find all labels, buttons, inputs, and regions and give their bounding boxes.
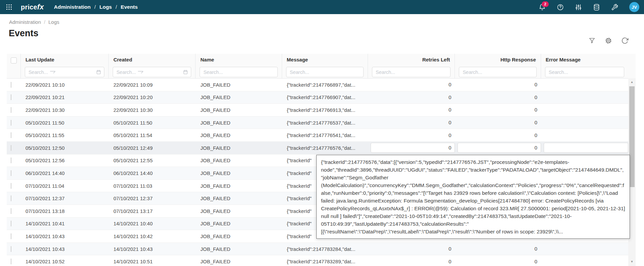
cell-retries-left: 0 (368, 143, 455, 153)
breadcrumb-administration[interactable]: Administration (9, 19, 41, 25)
cell-http-response: 0 (455, 143, 541, 153)
table-row[interactable]: 22/09/2021 10:30 22/09/2021 10:30 JOB_FA… (7, 104, 628, 117)
cell-created: 05/10/2021 12:55 (109, 158, 196, 163)
cell-last-update: 22/09/2021 10:21 (21, 94, 109, 100)
message-tooltip: {"trackerId":2147776576,"data":[{"versio… (316, 155, 630, 239)
cell-http-response: 0 (455, 130, 541, 140)
cell-last-update: 05/10/2021 11:50 (21, 120, 109, 126)
row-checkbox[interactable] (11, 259, 11, 264)
row-checkbox[interactable] (11, 195, 11, 201)
row-checkbox[interactable] (11, 145, 11, 151)
table-row[interactable]: 22/09/2021 10:21 22/09/2021 10:20 JOB_FA… (7, 91, 628, 104)
scroll-up-arrow-icon[interactable]: ▲ (628, 80, 636, 84)
cell-name: JOB_FAILED (196, 246, 282, 252)
cell-message[interactable]: {"trackerId":2147766897,"dat... (282, 82, 368, 88)
sliders-icon[interactable] (575, 4, 582, 11)
cell-message[interactable]: {"trackerId":2147783289,"dat... (282, 259, 368, 264)
cell-http-response: 0 (455, 118, 541, 128)
cell-message[interactable]: {"trackerId":2147776576,"dat... (282, 145, 368, 151)
cell-name: JOB_FAILED (196, 145, 282, 151)
row-checkbox[interactable] (11, 170, 11, 176)
cell-created: 22/09/2021 10:20 (109, 94, 196, 100)
column-header-retries-left[interactable]: Retries Left (368, 54, 454, 66)
error-message-search-input[interactable] (545, 67, 624, 77)
column-retries-left: Retries Left (368, 54, 455, 78)
filter-icon[interactable] (588, 37, 596, 44)
message-search-input[interactable] (286, 67, 364, 77)
row-checkbox[interactable] (11, 208, 11, 214)
row-checkbox[interactable] (11, 233, 11, 239)
cell-last-update: 14/10/2021 10:41 (21, 221, 109, 226)
column-header-name[interactable]: Name (196, 54, 281, 66)
table-row[interactable]: 05/10/2021 11:55 05/10/2021 11:54 JOB_FA… (7, 129, 628, 142)
apps-grid-icon[interactable] (5, 3, 13, 11)
topbar-breadcrumb-administration[interactable]: Administration (54, 4, 91, 10)
name-search-input[interactable] (200, 67, 277, 77)
cell-created: 22/09/2021 10:09 (109, 82, 196, 88)
cell-message[interactable]: {"trackerId":2147783284,"dat... (282, 246, 368, 252)
row-checkbox[interactable] (11, 82, 11, 88)
wrench-icon[interactable] (611, 4, 618, 11)
refresh-icon[interactable] (621, 37, 629, 44)
retries-left-search-input[interactable] (372, 67, 450, 77)
cell-message[interactable]: {"trackerId":2147766913,"dat... (282, 107, 368, 113)
breadcrumb-logs[interactable]: Logs (48, 19, 59, 25)
cell-last-update: 14/10/2021 10:43 (21, 246, 109, 252)
cell-message[interactable]: {"trackerId":2147776537,"dat... (282, 120, 368, 126)
select-all-checkbox[interactable] (11, 57, 17, 63)
user-avatar[interactable]: JV (629, 2, 639, 12)
cell-retries-left: 0 (368, 130, 455, 140)
page-title: Events (9, 28, 39, 39)
cell-error-message (541, 257, 628, 266)
table-row[interactable]: 05/10/2021 12:50 05/10/2021 12:49 JOB_FA… (7, 142, 628, 154)
help-icon[interactable] (557, 4, 564, 11)
cell-message[interactable]: {"trackerId":2147776541,"dat... (282, 132, 368, 138)
http-response-search-input[interactable] (459, 67, 536, 77)
cell-retries-left: 0 (368, 105, 455, 115)
column-header-message[interactable]: Message (282, 54, 368, 66)
logo-price-text: price (21, 3, 37, 11)
table-row[interactable]: 05/10/2021 11:50 05/10/2021 11:50 JOB_FA… (7, 117, 628, 129)
cell-name: JOB_FAILED (196, 158, 282, 163)
row-checkbox[interactable] (11, 221, 11, 226)
table-row[interactable]: 14/10/2021 10:52 14/10/2021 10:51 JOB_FA… (7, 255, 628, 266)
row-checkbox[interactable] (11, 246, 11, 252)
settings-gear-icon[interactable] (605, 37, 612, 44)
cell-name: JOB_FAILED (196, 120, 282, 126)
row-checkbox[interactable] (11, 107, 11, 113)
cell-name: JOB_FAILED (196, 195, 282, 201)
pricefx-logo[interactable]: pricefx (21, 3, 44, 11)
message-search (286, 67, 364, 77)
cell-name: JOB_FAILED (196, 82, 282, 88)
breadcrumb-separator: / (94, 4, 96, 10)
column-header-error-message[interactable]: Error Message (541, 54, 628, 66)
cell-last-update: 05/10/2021 12:56 (21, 158, 109, 163)
cell-name: JOB_FAILED (196, 183, 282, 189)
row-checkbox[interactable] (11, 94, 11, 100)
cell-last-update: 06/10/2021 14:40 (21, 170, 109, 176)
cell-name: JOB_FAILED (196, 107, 282, 113)
scrollbar-thumb[interactable] (629, 86, 635, 187)
scroll-down-arrow-icon[interactable]: ▼ (628, 260, 636, 263)
row-checkbox[interactable] (11, 132, 11, 138)
cell-message[interactable]: {"trackerId":2147766907,"dat... (282, 94, 368, 100)
cell-last-update: 14/10/2021 10:43 (21, 233, 109, 239)
cell-created: 07/10/2021 13:17 (109, 208, 196, 214)
column-header-last-update[interactable]: Last Update (21, 54, 108, 66)
notifications-bell-icon[interactable]: 2 (539, 4, 546, 11)
table-row[interactable]: 22/09/2021 10:10 22/09/2021 10:09 JOB_FA… (7, 79, 628, 91)
last-update-search-input[interactable] (25, 67, 104, 77)
row-checkbox[interactable] (11, 158, 11, 163)
column-header-http-response[interactable]: Http Response (455, 54, 540, 66)
database-icon[interactable] (593, 4, 600, 11)
table-row[interactable]: 14/10/2021 10:43 14/10/2021 10:43 JOB_FA… (7, 243, 628, 256)
topbar-breadcrumb-events[interactable]: Events (121, 4, 138, 10)
created-search-input[interactable] (113, 67, 191, 77)
column-header-created[interactable]: Created (109, 54, 195, 66)
cell-created: 06/10/2021 14:40 (109, 170, 196, 176)
row-checkbox[interactable] (11, 120, 11, 126)
cell-last-update: 05/10/2021 11:55 (21, 132, 109, 138)
topbar-breadcrumb-logs[interactable]: Logs (99, 4, 112, 10)
notification-badge: 2 (542, 1, 549, 7)
row-checkbox[interactable] (11, 183, 11, 189)
